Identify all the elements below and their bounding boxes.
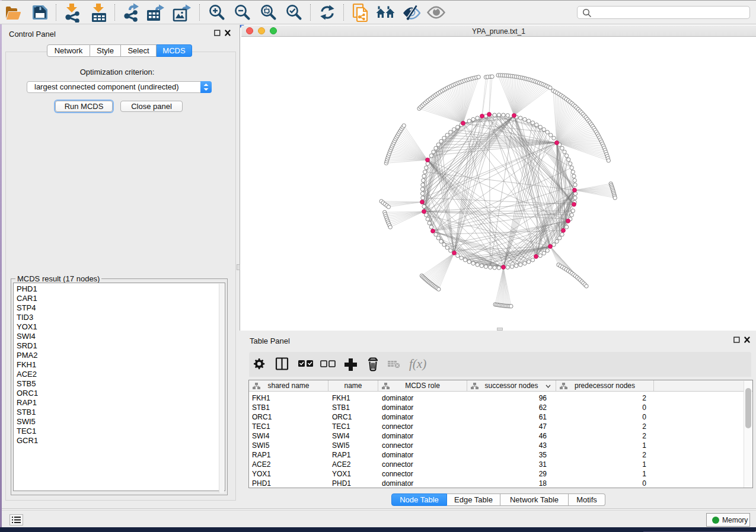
svg-text:f(x): f(x) [409,357,426,371]
